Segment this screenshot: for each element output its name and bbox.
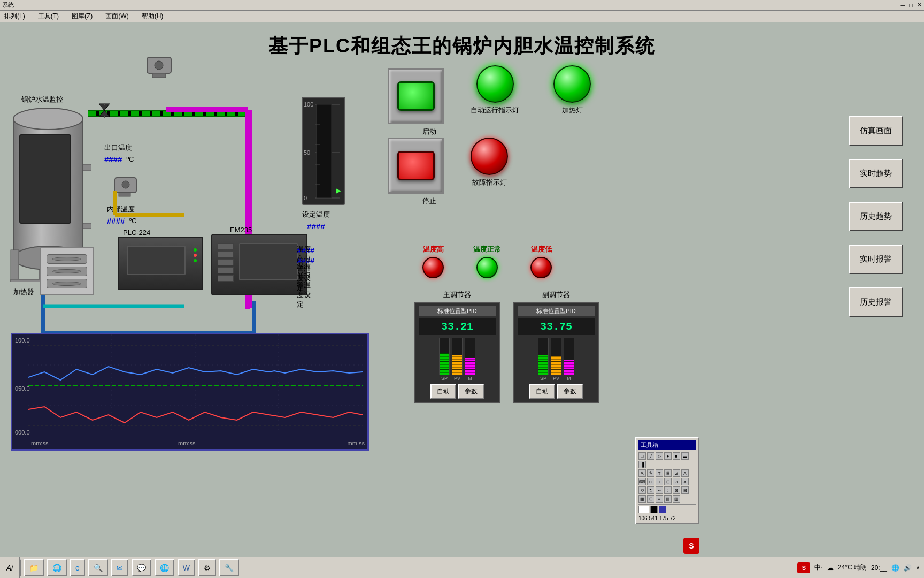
plc-screen [127,246,186,275]
taskbar-edge[interactable]: e [70,559,85,576]
tool-icon-19[interactable]: A [681,478,689,485]
tool-icon-20[interactable]: ↺ [638,486,646,494]
color-blue[interactable] [659,506,666,513]
tool-icon-13[interactable]: A [681,469,689,477]
time-display: 20:__ [871,564,887,572]
svg-rect-34 [317,104,332,198]
tool-icon-16[interactable]: T [656,478,663,485]
tool-icon-24[interactable]: ⊡ [673,486,680,494]
yellow-pipe-svg [83,188,190,226]
tool-icon-1[interactable]: □ [638,452,646,460]
start-section: 启动 [388,68,444,136]
tool-icon-10[interactable]: T [656,469,663,477]
taskbar-explorer[interactable]: 📁 [24,559,44,576]
tool-icon-23[interactable]: ↕ [664,486,672,494]
tool-icon-15[interactable]: C [647,478,654,485]
taskbar-word[interactable]: W [178,559,195,576]
minimize-btn[interactable]: ─ [901,2,905,9]
svg-text:50: 50 [304,149,310,156]
menu-arrange[interactable]: 排列(L) [2,11,27,22]
toolbox-row5: ▦ ⊞ ≡ ▤ ▥ [638,495,696,503]
tool-icon-27[interactable]: ⊞ [647,495,654,503]
tool-icon-2[interactable]: ╱ [647,452,654,460]
heater-label: 加热器 [13,287,34,297]
history-alarm-btn[interactable]: 历史报警 [849,287,903,317]
sub-param-btn[interactable]: 参数 [557,384,583,399]
realtime-alarm-btn[interactable]: 实时报警 [849,245,903,274]
heat-label: 加热灯 [553,105,591,115]
color-white[interactable] [638,506,649,513]
history-trend-btn[interactable]: 历史趋势 [849,202,903,231]
network-icon[interactable]: 🌐 [891,564,899,572]
main-pid-section: 主调节器 标准位置型PID 33.21 SP PV [414,290,500,403]
tool-icon-11[interactable]: ⊞ [664,469,672,477]
tool-icon-26[interactable]: ▦ [638,495,646,503]
sub-pid-title: 副调节器 [513,290,599,300]
tool-icon-18[interactable]: ⊿ [673,478,680,485]
tool-icon-5[interactable]: ■ [673,452,680,460]
tool-icon-3[interactable]: ◇ [656,452,663,460]
main-m-bar [465,338,475,375]
close-btn[interactable]: ✕ [917,2,922,9]
taskbar-app2[interactable]: ⚙ [198,559,216,576]
svg-point-11 [155,61,163,70]
tool-icon-6[interactable]: ▬ [681,452,689,460]
main-sp-col: SP [439,338,450,381]
taskbar-mail[interactable]: ✉ [111,559,128,576]
tool-icon-4[interactable]: ● [664,452,672,460]
menu-help[interactable]: 帮助(H) [140,11,166,22]
main-sp-label: SP [441,376,448,381]
volume-icon[interactable]: 🔊 [904,564,912,572]
tool-icon-29[interactable]: ▤ [664,495,672,503]
tool-icon-22[interactable]: ↔ [656,486,663,494]
svg-rect-3 [20,135,71,223]
start-button-box[interactable] [388,68,444,124]
taskbar-app3[interactable]: 🔧 [219,559,239,576]
taskbar-chat[interactable]: 💬 [132,559,151,576]
tool-icon-12[interactable]: ⊿ [673,469,680,477]
temp-high-led [422,257,444,278]
low-alarm-label: 温度低报警温度设定 [297,261,314,309]
tool-icon-14[interactable]: ⌨ [638,478,646,485]
maximize-btn[interactable]: □ [909,2,913,9]
tool-icon-21[interactable]: ↻ [647,486,654,494]
stop-button-red[interactable] [397,151,435,180]
sub-pid-bars: SP PV M [518,338,595,381]
start-button-green[interactable] [397,81,435,111]
color-black[interactable] [650,506,658,513]
main-param-btn[interactable]: 参数 [458,384,484,399]
sub-m-bar [564,338,574,375]
taskbar-network[interactable]: 🌐 [155,559,174,576]
ai-start-btn[interactable]: Ai [0,557,20,578]
simulation-btn[interactable]: 仿真画面 [849,116,903,146]
tool-icon-25[interactable]: ⊟ [681,486,689,494]
sub-pv-fill [551,356,561,375]
main-m-fill [465,358,475,375]
tool-icon-30[interactable]: ▥ [673,495,680,503]
sub-pid-value: 33.75 [518,318,595,335]
toolbox-row1: □ ╱ ◇ ● ■ ▬ ▐ [638,452,696,468]
chart-area: 100.0 050.0 000.0 mm:ss mm:ss mm:ss [11,333,369,451]
taskbar-search[interactable]: 🔍 [88,559,108,576]
sub-auto-btn[interactable]: 自动 [529,384,555,399]
tool-icon-17[interactable]: ⊞ [664,478,672,485]
chart-y-min: 000.0 [15,429,30,436]
heat-led [553,65,591,103]
sub-sp-fill [538,355,548,375]
tool-icon-7[interactable]: ▐ [638,461,646,468]
menu-screen[interactable]: 画面(W) [103,11,130,22]
menu-tools[interactable]: 工具(T) [36,11,61,22]
tray-expand[interactable]: ∧ [916,565,920,571]
realtime-trend-btn[interactable]: 实时趋势 [849,159,903,188]
input-method[interactable]: 中· [814,563,822,572]
tool-icon-9[interactable]: ✎ [647,469,654,477]
menu-library[interactable]: 图库(Z) [70,11,95,22]
tool-icon-28[interactable]: ≡ [656,495,663,503]
stop-button-box[interactable] [388,138,444,194]
main-auto-btn[interactable]: 自动 [430,384,456,399]
tool-icon-8[interactable]: ↖ [638,469,646,477]
scada-logo: S [683,538,699,554]
main-pid-type: 标准位置型PID [419,306,496,316]
taskbar-browser[interactable]: 🌐 [47,559,67,576]
heat-section: 加热灯 [553,65,591,115]
